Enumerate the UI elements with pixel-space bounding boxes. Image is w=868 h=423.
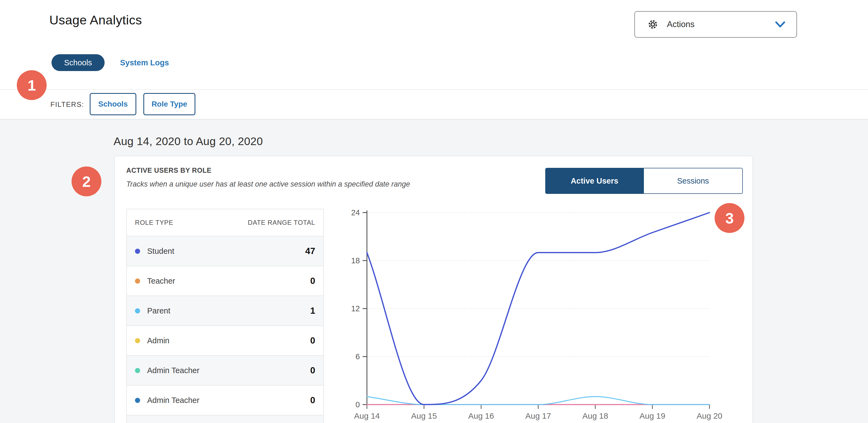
- annotation-badge-2: 2: [71, 167, 101, 196]
- active-users-chart[interactable]: 06121824Aug 14Aug 15Aug 16Aug 17Aug 18Au…: [350, 202, 751, 423]
- usage-analytics-page: Usage Analytics Actions Schools System L…: [0, 0, 868, 423]
- row-total: 47: [305, 246, 315, 256]
- table-row[interactable]: Parent 1: [127, 296, 323, 325]
- toggle-active-users[interactable]: Active Users: [545, 168, 644, 194]
- svg-text:0: 0: [355, 400, 360, 409]
- table-row[interactable]: Admin 0: [127, 325, 323, 355]
- svg-text:Aug 20: Aug 20: [696, 411, 722, 420]
- toggle-sessions[interactable]: Sessions: [644, 168, 743, 194]
- row-total: 0: [310, 365, 315, 375]
- svg-text:Aug 18: Aug 18: [582, 411, 608, 420]
- parent-dot-icon: [135, 308, 140, 313]
- table-row[interactable]: Admin Teacher 0: [127, 385, 323, 415]
- annotation-badge-1: 1: [17, 70, 46, 100]
- date-range-heading: Aug 14, 2020 to Aug 20, 2020: [114, 135, 263, 148]
- col-date-range-total: DATE RANGE TOTAL: [248, 219, 315, 226]
- svg-text:Aug 16: Aug 16: [468, 411, 494, 420]
- row-name: Admin: [147, 336, 169, 345]
- teacher-dot-icon: [135, 278, 140, 283]
- gear-icon: [647, 19, 659, 30]
- page-title: Usage Analytics: [49, 12, 142, 27]
- table-row[interactable]: Teacher 0: [127, 266, 323, 296]
- actions-label: Actions: [667, 20, 694, 29]
- svg-text:Aug 15: Aug 15: [411, 411, 437, 420]
- row-total: 0: [310, 276, 315, 286]
- row-name: Student: [147, 247, 174, 256]
- row-name: Admin Teacher: [147, 396, 199, 405]
- row-total: 0: [310, 395, 315, 405]
- tab-system-logs[interactable]: System Logs: [120, 54, 169, 71]
- student-dot-icon: [135, 249, 140, 254]
- filter-button-schools[interactable]: Schools: [90, 93, 136, 115]
- row-name: Teacher: [147, 277, 175, 285]
- row-total: 0: [310, 335, 315, 346]
- svg-text:Aug 17: Aug 17: [525, 411, 551, 420]
- active-users-card: ACTIVE USERS BY ROLE Tracks when a uniqu…: [114, 156, 753, 423]
- row-total: 1: [310, 306, 315, 316]
- svg-text:12: 12: [351, 304, 360, 313]
- filters-label: FILTERS:: [51, 90, 84, 119]
- card-title: ACTIVE USERS BY ROLE: [126, 167, 211, 174]
- tab-schools[interactable]: Schools: [52, 54, 104, 71]
- admin-teacher-dot-icon: [135, 398, 140, 403]
- admin-dot-icon: [135, 338, 140, 343]
- row-name: Parent: [147, 306, 170, 315]
- role-table: ROLE TYPE DATE RANGE TOTAL Student 47 Te…: [126, 209, 324, 423]
- svg-text:Aug 19: Aug 19: [640, 411, 665, 420]
- filter-button-role-type[interactable]: Role Type: [143, 93, 195, 115]
- table-header: ROLE TYPE DATE RANGE TOTAL: [127, 209, 323, 236]
- chevron-down-icon: [775, 20, 786, 28]
- metric-toggle: Active Users Sessions: [545, 168, 743, 194]
- usage-line-chart[interactable]: 06121824Aug 14Aug 15Aug 16Aug 17Aug 18Au…: [350, 202, 751, 423]
- row-name: Admin Teacher: [147, 366, 199, 375]
- admin-teacher-dot-icon: [135, 368, 140, 373]
- table-row[interactable]: Student 47: [127, 236, 323, 266]
- svg-text:6: 6: [355, 352, 360, 361]
- actions-button[interactable]: Actions: [634, 11, 797, 38]
- card-subtitle: Tracks when a unique user has at least o…: [126, 180, 410, 188]
- filters-bar: FILTERS: Schools Role Type 08/14/2020: [0, 90, 868, 120]
- table-row-partial[interactable]: Admin Teacher 0: [127, 415, 323, 423]
- table-row[interactable]: Admin Teacher 0: [127, 355, 323, 385]
- annotation-badge-3: 3: [715, 203, 744, 233]
- col-role-type: ROLE TYPE: [135, 219, 173, 226]
- svg-text:24: 24: [351, 208, 360, 217]
- svg-text:18: 18: [351, 256, 360, 265]
- svg-text:Aug 14: Aug 14: [354, 411, 380, 420]
